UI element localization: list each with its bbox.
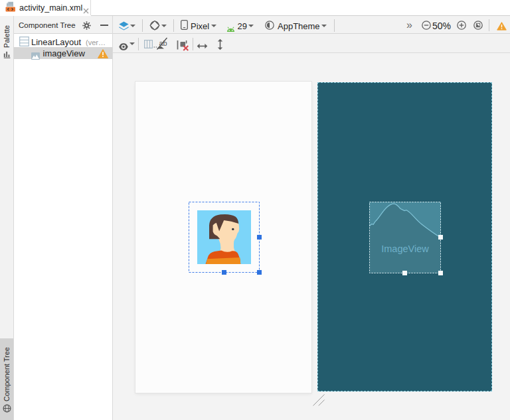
svg-text:ImageView: ImageView xyxy=(381,244,429,254)
